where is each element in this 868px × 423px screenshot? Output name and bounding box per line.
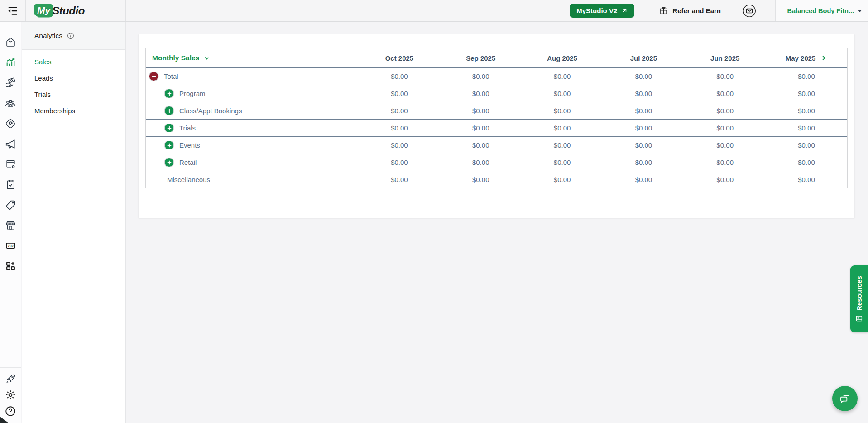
sales-value-cell: $0.00 <box>440 141 522 149</box>
column-header-oct-2025: Oct 2025 <box>359 54 440 62</box>
sales-value-cell: $0.00 <box>766 107 847 115</box>
sales-value-cell: $0.00 <box>684 124 766 132</box>
sales-value-cell: $0.00 <box>440 90 522 97</box>
analytics-chart-icon <box>5 57 16 68</box>
sidebar-item-sales[interactable]: Sales <box>22 53 125 70</box>
row-label: Class/Appt Bookings <box>179 107 242 115</box>
sales-value-cell: $0.00 <box>522 141 603 149</box>
expand-trials-button[interactable] <box>165 124 173 132</box>
programs-icon <box>5 118 16 130</box>
website-settings-icon <box>5 159 16 170</box>
row-label-cell: Trials <box>146 124 359 132</box>
promotions-tag-icon <box>5 199 16 211</box>
rail-item-home[interactable] <box>0 32 21 52</box>
expand-class-appt-bookings-button[interactable] <box>165 106 173 115</box>
rail-item-ads[interactable]: AD <box>0 236 21 256</box>
sales-value-cell: $0.00 <box>766 124 847 132</box>
table-title-label: Monthly Sales <box>152 54 199 62</box>
sales-value-cell: $0.00 <box>440 176 522 183</box>
tasks-clipboard-icon <box>5 179 16 190</box>
gift-icon <box>659 6 668 15</box>
rail-item-payments[interactable] <box>0 72 21 93</box>
table-row-class-appt-bookings: Class/Appt Bookings$0.00$0.00$0.00$0.00$… <box>146 102 847 119</box>
mail-icon <box>742 4 757 18</box>
messages-button[interactable] <box>742 4 757 18</box>
collapse-total-button[interactable] <box>149 72 158 81</box>
account-dropdown[interactable]: Balanced Body Fitn... <box>775 0 868 21</box>
sidebar-item-trials[interactable]: Trials <box>22 86 125 102</box>
sales-table-body: Total$0.00$0.00$0.00$0.00$0.00$0.00Progr… <box>146 67 847 188</box>
expand-program-button[interactable] <box>165 89 173 98</box>
rail-item-store[interactable] <box>0 215 21 236</box>
payments-hand-money-icon <box>5 77 16 88</box>
refer-and-earn-button[interactable]: Refer and Earn <box>659 6 721 15</box>
column-header-jun-2025: Jun 2025 <box>684 54 766 62</box>
sales-value-cell: $0.00 <box>522 72 603 80</box>
row-label: Events <box>179 141 200 149</box>
chevron-down-icon <box>858 10 862 12</box>
collapse-menu-button[interactable] <box>0 0 26 21</box>
row-label-cell: Events <box>146 141 359 149</box>
logo-my-badge: My <box>34 4 53 18</box>
sales-value-cell: $0.00 <box>766 141 847 149</box>
sales-value-cell: $0.00 <box>359 107 440 115</box>
row-label: Trials <box>179 124 196 132</box>
integrations-apps-icon <box>5 260 16 272</box>
rail-item-settings[interactable] <box>0 387 21 403</box>
row-label: Program <box>179 90 206 97</box>
resources-tab[interactable]: Resources <box>850 265 868 332</box>
rail-item-promotions[interactable] <box>0 195 21 215</box>
mystudio-logo[interactable]: My Studio <box>26 0 126 21</box>
info-icon[interactable] <box>67 32 74 39</box>
sales-value-cell: $0.00 <box>440 159 522 166</box>
logo-studio-text: Studio <box>52 5 85 17</box>
sales-value-cell: $0.00 <box>603 159 684 166</box>
rail-item-integrations[interactable] <box>0 256 21 276</box>
table-row-program: Program$0.00$0.00$0.00$0.00$0.00$0.00 <box>146 85 847 102</box>
rail-item-analytics[interactable] <box>0 52 21 72</box>
sales-value-cell: $0.00 <box>522 159 603 166</box>
rail-item-members[interactable] <box>0 93 21 113</box>
resources-label: Resources <box>855 276 863 311</box>
collapse-menu-icon <box>7 5 19 17</box>
resources-tab-inner: Resources <box>855 276 863 322</box>
analytics-sidebar: Analytics SalesLeadsTrialsMemberships <box>22 22 126 423</box>
rail-item-website-settings[interactable] <box>0 154 21 174</box>
table-row-events: Events$0.00$0.00$0.00$0.00$0.00$0.00 <box>146 136 847 154</box>
sales-value-cell: $0.00 <box>359 176 440 183</box>
table-title-cell: Monthly Sales <box>146 54 359 62</box>
sales-value-cell: $0.00 <box>766 176 847 183</box>
sales-value-cell: $0.00 <box>603 107 684 115</box>
sales-value-cell: $0.00 <box>359 159 440 166</box>
refer-and-earn-label: Refer and Earn <box>672 7 721 14</box>
rail-item-programs[interactable] <box>0 113 21 134</box>
expand-retail-button[interactable] <box>165 158 173 167</box>
sales-value-cell: $0.00 <box>603 124 684 132</box>
gear-icon <box>5 389 16 401</box>
scroll-months-right-button[interactable] <box>820 54 827 62</box>
row-label-cell: Retail <box>146 158 359 167</box>
mystudio-v2-button[interactable]: MyStudio V2 <box>570 4 634 18</box>
mystudio-v2-label: MyStudio V2 <box>576 7 617 14</box>
sidebar-item-memberships[interactable]: Memberships <box>22 102 125 119</box>
sales-value-cell: $0.00 <box>522 124 603 132</box>
marketing-megaphone-icon <box>5 138 16 150</box>
rail-item-marketing[interactable] <box>0 134 21 154</box>
chat-button[interactable] <box>832 386 858 411</box>
sales-value-cell: $0.00 <box>684 107 766 115</box>
table-row-total: Total$0.00$0.00$0.00$0.00$0.00$0.00 <box>146 67 847 85</box>
sales-value-cell: $0.00 <box>766 159 847 166</box>
row-label-cell: Program <box>146 89 359 98</box>
main-content: Monthly Sales Oct 2025Sep 2025Aug 2025Ju… <box>126 22 868 423</box>
chevron-down-icon <box>203 55 210 62</box>
rail-item-getting-started[interactable] <box>0 370 21 387</box>
rail-item-tasks[interactable] <box>0 174 21 195</box>
icon-rail: AD <box>0 22 21 423</box>
sales-value-cell: $0.00 <box>359 124 440 132</box>
sales-value-cell: $0.00 <box>522 90 603 97</box>
sidebar-item-leads[interactable]: Leads <box>22 70 125 86</box>
expand-events-button[interactable] <box>165 141 173 149</box>
sales-value-cell: $0.00 <box>766 90 847 97</box>
monthly-sales-dropdown[interactable]: Monthly Sales <box>149 54 210 62</box>
monthly-sales-table: Monthly Sales Oct 2025Sep 2025Aug 2025Ju… <box>145 48 848 188</box>
